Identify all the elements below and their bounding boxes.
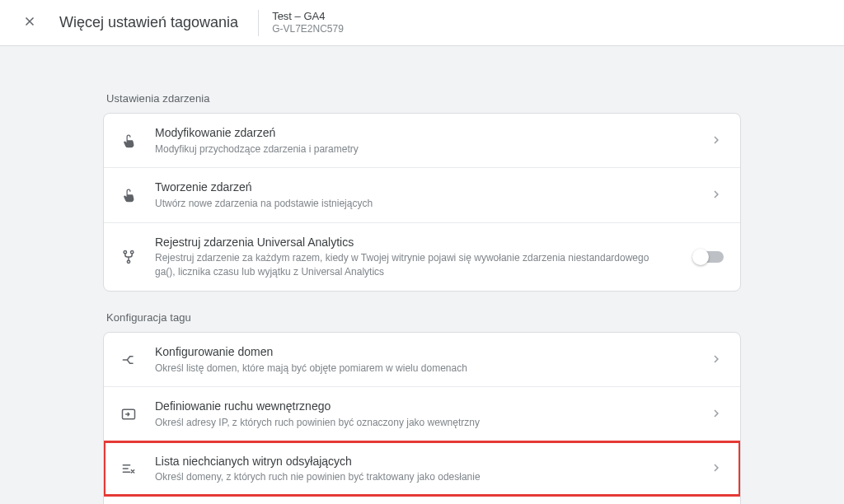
touch-icon — [119, 131, 138, 151]
row-modify-events[interactable]: Modyfikowanie zdarzeń Modyfikuj przychod… — [104, 114, 740, 167]
chevron-right-icon — [709, 133, 725, 149]
property-name: Test – GA4 — [272, 10, 344, 23]
row-desc: Rejestruj zdarzenie za każdym razem, kie… — [155, 251, 661, 279]
events-card: Modyfikowanie zdarzeń Modyfikuj przychod… — [103, 113, 741, 292]
row-referral-exclusion-list[interactable]: Lista niechcianych witryn odsyłających O… — [104, 441, 740, 496]
page-title: Więcej ustawień tagowania — [59, 14, 238, 31]
row-desc: Utwórz nowe zdarzenia na podstawie istni… — [155, 197, 676, 211]
row-desc: Modyfikuj przychodzące zdarzenia i param… — [155, 142, 676, 156]
row-desc: Określ adresy IP, z których ruch powinie… — [155, 416, 676, 430]
row-text: Definiowanie ruchu wewnętrznego Określ a… — [155, 399, 709, 429]
close-button[interactable] — [13, 7, 46, 40]
row-title: Rejestruj zdarzenia Universal Analytics — [155, 235, 661, 251]
property-info: Test – GA4 G-VL7E2NC579 — [272, 10, 344, 35]
row-text: Konfigurowanie domen Określ listę domen,… — [155, 344, 709, 375]
content: Ustawienia zdarzenia Modyfikowanie zdarz… — [96, 46, 748, 504]
row-configure-domains[interactable]: Konfigurowanie domen Określ listę domen,… — [104, 333, 740, 386]
header-bar: Więcej ustawień tagowania Test – GA4 G-V… — [0, 0, 844, 46]
filter-remove-icon — [119, 459, 138, 478]
svg-point-0 — [124, 250, 126, 253]
row-collect-ua-events[interactable]: Rejestruj zdarzenia Universal Analytics … — [104, 222, 740, 291]
header-divider — [258, 10, 259, 36]
row-title: Modyfikowanie zdarzeń — [155, 125, 676, 142]
row-text: Rejestruj zdarzenia Universal Analytics … — [155, 235, 694, 279]
svg-point-1 — [131, 250, 134, 253]
row-text: Lista niechcianych witryn odsyłających O… — [155, 454, 709, 484]
row-text: Modyfikowanie zdarzeń Modyfikuj przychod… — [155, 125, 709, 156]
chevron-right-icon — [709, 352, 725, 368]
section-tag-title: Konfiguracja tagu — [106, 311, 741, 324]
row-session-timeout[interactable]: Dostosuj czas trwania sesji Ustaw czas t… — [104, 496, 740, 504]
touch-icon — [119, 185, 138, 205]
row-desc: Określ listę domen, które mają być objęt… — [155, 362, 676, 376]
row-title: Lista niechcianych witryn odsyłających — [155, 454, 676, 470]
row-title: Definiowanie ruchu wewnętrznego — [155, 399, 676, 415]
row-title: Konfigurowanie domen — [155, 344, 676, 361]
section-events-title: Ustawienia zdarzenia — [106, 92, 741, 105]
toggle-ua-events[interactable] — [694, 251, 724, 263]
merge-icon — [119, 350, 138, 370]
chevron-right-icon — [709, 187, 725, 203]
chevron-right-icon — [709, 406, 725, 422]
row-title: Tworzenie zdarzeń — [155, 180, 676, 196]
close-icon — [22, 14, 37, 31]
tag-card: Konfigurowanie domen Określ listę domen,… — [103, 332, 741, 504]
property-id: G-VL7E2NC579 — [272, 23, 344, 35]
chevron-right-icon — [709, 460, 725, 477]
row-desc: Określ domeny, z których ruch nie powini… — [155, 470, 676, 484]
branch-icon — [119, 247, 138, 267]
input-icon — [119, 404, 138, 424]
row-text: Tworzenie zdarzeń Utwórz nowe zdarzenia … — [155, 180, 709, 210]
row-define-internal-traffic[interactable]: Definiowanie ruchu wewnętrznego Określ a… — [104, 386, 740, 441]
row-create-events[interactable]: Tworzenie zdarzeń Utwórz nowe zdarzenia … — [104, 167, 740, 222]
svg-point-2 — [127, 260, 129, 263]
